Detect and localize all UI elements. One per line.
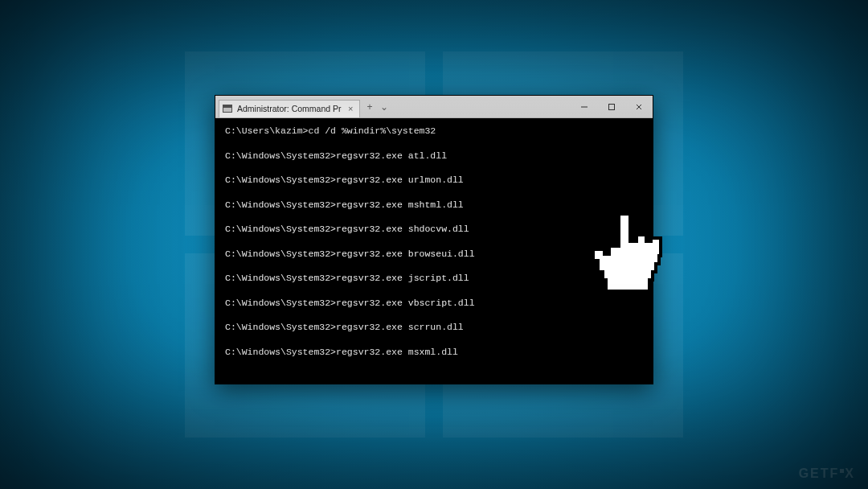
watermark: GETFX [799,466,855,481]
titlebar: Administrator: Command Prom × + ⌄ [215,96,653,118]
close-icon [635,103,643,111]
command-prompt-window: Administrator: Command Prom × + ⌄ C:\Use… [215,95,653,384]
terminal-line: C:\Windows\System32>regsvr32.exe vbscrip… [225,298,643,308]
close-button[interactable] [625,96,653,117]
tab-dropdown-button[interactable]: ⌄ [380,101,388,113]
svg-rect-1 [609,104,615,109]
window-controls [571,96,653,117]
maximize-icon [608,103,616,111]
terminal-line: C:\Windows\System32>regsvr32.exe browseu… [225,249,643,259]
terminal-body[interactable]: C:\Users\kazim>cd /d %windir%\system32 C… [215,118,653,363]
terminal-line: C:\Windows\System32>regsvr32.exe mshtml.… [225,200,643,210]
terminal-line: C:\Windows\System32>regsvr32.exe shdocvw… [225,224,643,234]
terminal-line: C:\Windows\System32>regsvr32.exe jscript… [225,273,643,283]
terminal-line: C:\Windows\System32>regsvr32.exe atl.dll [225,151,643,161]
dot-icon [840,469,844,473]
tab-title: Administrator: Command Prom [237,104,342,113]
terminal-line: C:\Windows\System32>regsvr32.exe msxml.d… [225,347,643,357]
terminal-line: C:\Windows\System32>regsvr32.exe urlmon.… [225,175,643,185]
terminal-line: C:\Windows\System32>regsvr32.exe scrrun.… [225,323,643,332]
tab-close-icon[interactable]: × [346,104,354,113]
minimize-icon [580,103,588,111]
new-tab-button[interactable]: + [366,101,372,113]
tabbar-controls: + ⌄ [366,101,388,113]
tab-cmd[interactable]: Administrator: Command Prom × [219,100,360,117]
minimize-button[interactable] [571,96,598,117]
maximize-button[interactable] [598,96,625,117]
terminal-line: C:\Users\kazim>cd /d %windir%\system32 [225,126,643,136]
cmd-icon [223,105,232,113]
